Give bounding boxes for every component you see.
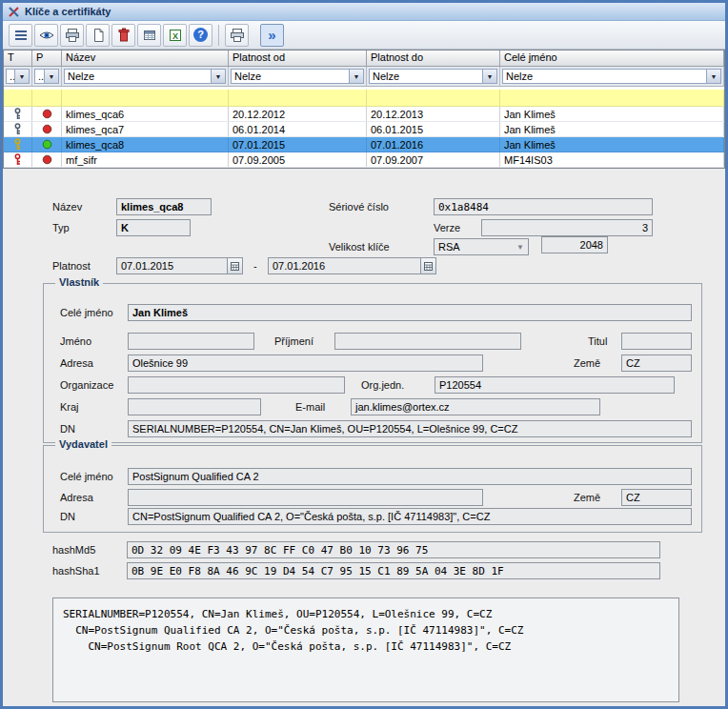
nazev-field[interactable]: klimes_qca8 [116, 198, 212, 215]
prijmeni-field[interactable] [334, 333, 521, 350]
vlastnik-cele-jmeno-field[interactable]: Jan Klimeš [128, 304, 692, 321]
titul-field[interactable] [621, 333, 692, 350]
seriove-cislo-field[interactable]: 0x1a8484 [434, 198, 653, 215]
cell-nazev: klimes_qca6 [62, 107, 229, 121]
organizace-field[interactable] [128, 376, 345, 394]
cell-cele-jmeno: Jan Klimeš [500, 137, 724, 152]
table-row[interactable]: klimes_qca6 20.12.2012 20.12.2013 Jan Kl… [4, 107, 724, 122]
cell-platnost-od: 07.09.2005 [229, 152, 367, 167]
org-jedn-label: Org.jedn. [361, 379, 404, 391]
print-button[interactable] [225, 24, 249, 47]
status-icon [42, 154, 52, 165]
cell-platnost-od: 07.01.2015 [229, 137, 367, 152]
delete-button[interactable] [111, 24, 135, 47]
cell-cele-jmeno: Jan Klimeš [500, 107, 724, 121]
verze-field[interactable]: 3 [481, 219, 653, 236]
title-bar[interactable]: Klíče a certifikáty [3, 3, 725, 21]
org-jedn-field[interactable]: P120554 [435, 376, 675, 394]
column-header-nazev[interactable]: Název [62, 51, 229, 66]
algoritmus-select[interactable]: RSA ▼ [434, 238, 529, 255]
chevron-down-icon: ▼ [516, 243, 524, 252]
adresa-field[interactable]: Olešnice 99 [128, 354, 483, 372]
new-entry-row[interactable] [4, 90, 724, 107]
vydavatel-dn-field[interactable]: CN=PostSignum Qualified CA 2, O="Česká p… [128, 508, 692, 525]
adresa-label: Adresa [60, 492, 93, 503]
window-title: Klíče a certifikáty [25, 6, 111, 17]
view-icon [39, 28, 54, 43]
filter-t[interactable]: ...▼ [6, 69, 30, 84]
velikost-klice-label: Velikost klíče [329, 241, 390, 253]
print-preview-button[interactable] [60, 24, 84, 47]
help-button[interactable]: ? [189, 24, 212, 47]
vydavatel-zeme-field[interactable]: CZ [621, 489, 692, 506]
chevron-down-icon: ▼ [482, 70, 496, 83]
hash-md5-field[interactable]: 0D 32 09 4E F3 43 97 8C FF C0 47 B0 10 7… [127, 541, 660, 558]
velikost-klice-field[interactable]: 2048 [541, 236, 608, 253]
edit-grid-button[interactable] [137, 24, 161, 47]
menu-icon [13, 28, 29, 43]
hash-sha1-field[interactable]: 0B 9E E0 F8 8A 46 9C 19 D4 54 C7 95 15 C… [127, 562, 660, 579]
zeme-label: Země [574, 357, 600, 369]
cell-platnost-do: 07.09.2007 [367, 152, 500, 167]
jmeno-field[interactable] [128, 333, 254, 350]
verze-label: Verze [434, 222, 460, 233]
filter-cele-jmeno[interactable]: Nelze▼ [502, 69, 721, 84]
status-icon [42, 109, 52, 119]
menu-button[interactable] [9, 24, 32, 47]
edit-grid-icon [142, 28, 157, 43]
platnost-do-field[interactable]: 07.01.2016 [268, 257, 436, 274]
cell-platnost-od: 06.01.2014 [229, 122, 367, 136]
adresa-label: Adresa [60, 357, 93, 369]
toolbar-separator [218, 25, 219, 46]
calendar-icon [424, 262, 433, 271]
table-row-selected[interactable]: klimes_qca8 07.01.2015 07.01.2016 Jan Kl… [4, 137, 724, 152]
chevron-down-icon: ▼ [211, 70, 225, 83]
platnost-od-field[interactable]: 07.01.2015 [116, 257, 243, 274]
titul-label: Titul [588, 335, 607, 347]
view-button[interactable] [34, 24, 58, 47]
filter-row: ...▼ ..▼ Nelze▼ Nelze▼ Nelze▼ Nelze▼ [4, 67, 724, 87]
forward-icon: » [268, 29, 275, 42]
email-field[interactable]: jan.klimes@ortex.cz [351, 398, 600, 415]
delete-icon [116, 28, 131, 43]
document-icon [91, 28, 106, 43]
vlastnik-groupbox: Vlastník Celé jméno Jan Klimeš Jméno Pří… [43, 283, 702, 443]
filter-platnost-od[interactable]: Nelze▼ [231, 69, 364, 84]
calendar-button[interactable] [420, 258, 435, 273]
cell-platnost-do: 07.01.2016 [367, 137, 500, 152]
typ-field[interactable]: K [116, 219, 191, 236]
export-excel-button[interactable]: X [163, 24, 187, 47]
vydavatel-cele-jmeno-field[interactable]: PostSignum Qualified CA 2 [128, 468, 692, 485]
filter-nazev[interactable]: Nelze▼ [64, 69, 226, 84]
status-icon [42, 124, 52, 134]
jmeno-label: Jméno [60, 335, 91, 347]
vlastnik-dn-field[interactable]: SERIALNUMBER=P120554, CN=Jan Klimeš, OU=… [128, 420, 692, 437]
vlastnik-legend: Vlastník [55, 276, 103, 288]
platnost-dash: - [253, 260, 257, 272]
chevron-down-icon: ▼ [14, 70, 29, 83]
zeme-label: Země [574, 492, 600, 503]
key-icon [11, 153, 24, 166]
more-actions-button[interactable]: » [260, 24, 284, 47]
calendar-button[interactable] [227, 258, 242, 273]
table-row[interactable]: klimes_qca7 06.01.2014 06.01.2015 Jan Kl… [4, 122, 724, 137]
zeme-field[interactable]: CZ [621, 354, 692, 372]
key-icon [11, 108, 24, 120]
column-header-t[interactable]: T [4, 51, 32, 66]
cell-platnost-do: 06.01.2015 [367, 122, 500, 136]
column-header-platnost-do[interactable]: Platnost do [367, 51, 500, 66]
certificate-chain-box[interactable]: SERIALNUMBER=P120554, CN=Jan Klimeš, OU=… [52, 598, 679, 702]
nazev-label: Název [52, 201, 82, 213]
cele-jmeno-label: Celé jméno [60, 471, 113, 482]
filter-platnost-do[interactable]: Nelze▼ [369, 69, 497, 84]
column-header-p[interactable]: P [32, 51, 62, 66]
dn-label: DN [60, 423, 75, 435]
cell-nazev: klimes_qca8 [62, 137, 229, 152]
kraj-field[interactable] [128, 398, 261, 415]
column-header-platnost-od[interactable]: Platnost od [229, 51, 367, 66]
vydavatel-adresa-field[interactable] [128, 489, 483, 506]
filter-p[interactable]: ..▼ [34, 69, 59, 84]
column-header-cele-jmeno[interactable]: Celé jméno [500, 51, 724, 66]
new-document-button[interactable] [86, 24, 110, 47]
table-row[interactable]: mf_sifr 07.09.2005 07.09.2007 MF14IS03 [4, 152, 724, 168]
